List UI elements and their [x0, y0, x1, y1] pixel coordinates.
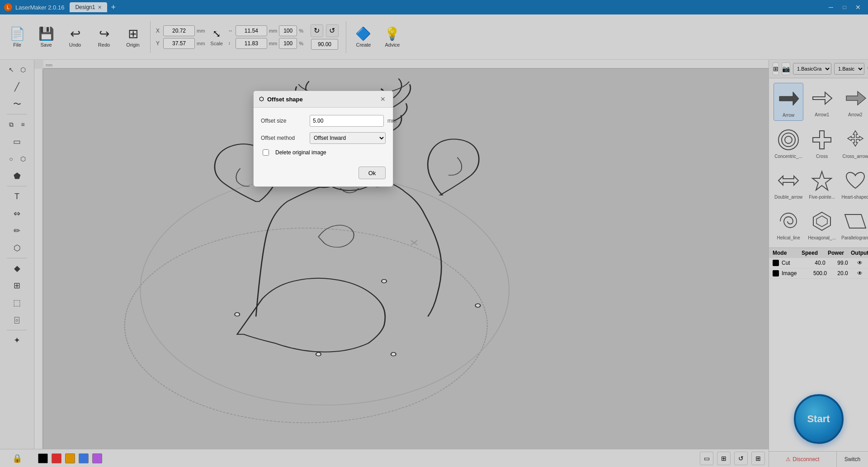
dialog-title-bar: ⬡ Offset shape ✕: [254, 91, 393, 108]
offset-size-row: Offset size mm: [261, 115, 386, 127]
delete-original-label: Delete original image: [275, 149, 326, 156]
offset-size-unit: mm: [387, 118, 396, 124]
delete-original-checkbox[interactable]: [263, 149, 269, 156]
dialog-title-text: Offset shape: [267, 96, 303, 103]
dialog-close-button[interactable]: ✕: [378, 95, 387, 104]
offset-size-label: Offset size: [261, 118, 306, 124]
dialog-footer: Ok: [254, 163, 393, 186]
delete-original-row: Delete original image: [261, 149, 386, 156]
dialog-icon: ⬡: [259, 96, 264, 102]
dialog-overlay: ⬡ Offset shape ✕ Offset size mm Offset m…: [0, 0, 868, 467]
dialog-ok-button[interactable]: Ok: [359, 167, 386, 179]
offset-method-row: Offset method Offset Inward: [261, 132, 386, 144]
dialog-body: Offset size mm Offset method Offset Inwa…: [254, 108, 393, 163]
offset-shape-dialog: ⬡ Offset shape ✕ Offset size mm Offset m…: [253, 91, 393, 187]
offset-method-select[interactable]: Offset Inward: [310, 132, 386, 144]
offset-size-input[interactable]: [310, 115, 384, 127]
offset-method-label: Offset method: [261, 135, 306, 141]
